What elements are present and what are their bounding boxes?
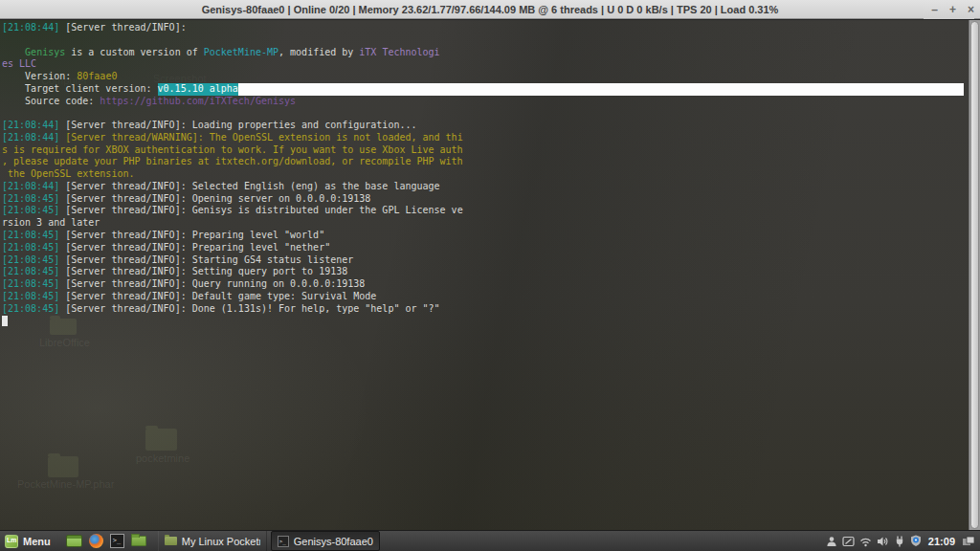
ghost-label-pocketmine: pocketmine [136, 452, 189, 464]
close-button[interactable]: × [968, 0, 974, 19]
terminal-line: [21:08:45] [Server thread/INFO]: Done (1… [2, 303, 964, 316]
folder-icon [165, 537, 177, 545]
taskbar: Menu My Linux Pocketmin... Genisys-80faa… [0, 530, 980, 551]
terminal-line: the OpenSSL extension. [2, 168, 964, 181]
file-manager-icon[interactable] [131, 536, 146, 546]
terminal-line: Source code: https://github.com/iTXTech/… [2, 96, 964, 108]
terminal-line: Target client version: v0.15.10 alpha [2, 83, 964, 96]
terminal-line: [21:08:45] [Server thread/INFO]: Prepari… [2, 242, 964, 254]
user-icon[interactable] [826, 536, 837, 547]
ghost-folder-phar [48, 456, 78, 477]
terminal-line: [21:08:45] [Server thread/INFO]: Prepari… [2, 230, 964, 242]
clock[interactable]: 21:09 [926, 536, 957, 547]
terminal-cursor [2, 316, 8, 327]
terminal-scrollbar[interactable] [969, 20, 980, 530]
terminal-line [2, 34, 964, 47]
minimize-button[interactable]: – [931, 0, 938, 19]
launcher-area [58, 534, 154, 548]
ghost-label-phar: PocketMine-MP.phar [17, 478, 114, 490]
window-button-label: My Linux Pocketmin... [182, 536, 260, 547]
terminal-line: [21:08:45] [Server thread/INFO]: Setting… [2, 266, 964, 278]
window-title: Genisys-80faae0 | Online 0/20 | Memory 2… [0, 0, 980, 19]
terminal-line: [21:08:45] [Server thread/INFO]: Default… [2, 291, 964, 303]
terminal-line: es LLC [2, 58, 964, 71]
window-button-label: Genisys-80faae0 | ... [294, 536, 373, 547]
terminal-line [2, 315, 964, 327]
terminal-line: rsion 3 and later [2, 217, 964, 230]
window-controls: – + × [924, 0, 974, 19]
wifi-icon[interactable] [859, 536, 872, 547]
terminal-launcher-icon[interactable] [110, 534, 124, 548]
terminal-line: [21:08:44] [Server thread/INFO]: [2, 22, 964, 34]
taskbar-window-genisys[interactable]: Genisys-80faae0 | ... [271, 531, 380, 551]
workspaces-icon[interactable] [962, 536, 975, 547]
screen-icon[interactable] [842, 536, 855, 547]
terminal-line: [21:08:45] [Server thread/INFO]: Query r… [2, 278, 964, 291]
terminal-icon [278, 536, 289, 547]
terminal-line: Version: 80faae0 [2, 71, 964, 83]
terminal-line: [21:08:45] [Server thread/INFO]: Startin… [2, 254, 964, 267]
volume-icon[interactable] [877, 536, 889, 547]
power-plug-icon[interactable] [894, 536, 905, 547]
menu-label: Menu [23, 536, 51, 547]
firefox-icon[interactable] [89, 534, 103, 548]
selection-highlight [238, 83, 964, 96]
terminal-line: [21:08:44] [Server thread/WARNING]: The … [2, 132, 964, 144]
terminal-line: s is required for XBOX authentication to… [2, 144, 964, 157]
ghost-folder-pocketmine [145, 429, 177, 451]
maximize-button[interactable]: + [949, 0, 956, 19]
ghost-label-libreoffice: LibreOffice [39, 337, 90, 348]
terminal-line: Genisys is a custom version of PocketMin… [2, 47, 964, 59]
update-shield-icon[interactable] [910, 535, 922, 547]
desktop-screen: Genisys-80faae0 | Online 0/20 | Memory 2… [0, 0, 980, 551]
scrollbar-thumb[interactable] [970, 21, 979, 529]
terminal-line: [21:08:44] [Server thread/INFO]: Loading… [2, 120, 964, 132]
terminal-line: [21:08:45] [Server thread/INFO]: Opening… [2, 193, 964, 206]
show-desktop-icon[interactable] [66, 535, 82, 547]
window-titlebar[interactable]: Genisys-80faae0 | Online 0/20 | Memory 2… [0, 0, 980, 19]
terminal-line: [21:08:45] [Server thread/INFO]: Genisys… [2, 205, 964, 217]
terminal-line: [21:08:44] [Server thread/INFO]: Selecte… [2, 181, 964, 193]
system-tray: 21:09 [826, 535, 980, 547]
taskbar-window-files[interactable]: My Linux Pocketmin... [158, 531, 267, 551]
terminal-output: [21:08:44] [Server thread/INFO]: Genisys… [2, 22, 964, 327]
terminal-line: , please update your PHP binaries at itx… [2, 156, 964, 168]
terminal-window[interactable]: Computer Screenshot LibreOffice pocketmi… [0, 20, 980, 530]
menu-button[interactable]: Menu [0, 531, 58, 551]
mint-logo-icon [5, 535, 18, 548]
terminal-line [2, 107, 964, 120]
